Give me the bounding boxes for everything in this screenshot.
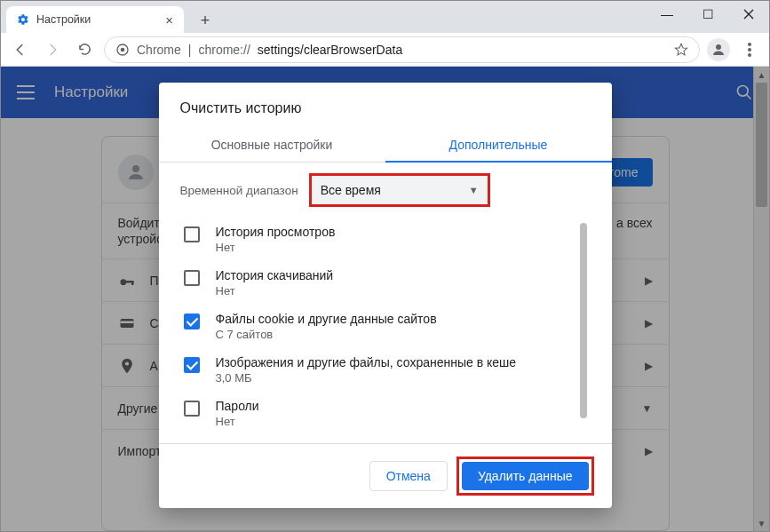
check-item-browsing-history[interactable]: История просмотровНет — [180, 218, 591, 261]
tab-advanced[interactable]: Дополнительные — [385, 127, 612, 163]
svg-point-4 — [748, 48, 751, 52]
check-sub: Нет — [216, 284, 334, 298]
chevron-down-icon: ▼ — [469, 185, 479, 195]
check-label: Изображения и другие файлы, сохраненные … — [216, 355, 517, 369]
check-label: Пароли — [216, 399, 259, 413]
check-label: Файлы cookie и другие данные сайтов — [216, 312, 437, 326]
cancel-button[interactable]: Отмена — [369, 461, 448, 491]
dialog-footer: Отмена Удалить данные — [159, 443, 612, 508]
tab-title: Настройки — [36, 13, 91, 26]
nav-reload-button[interactable] — [72, 37, 97, 62]
check-label: История просмотров — [216, 225, 336, 239]
window-maximize-button[interactable]: ☐ — [687, 1, 728, 28]
check-item-cookies[interactable]: Файлы cookie и другие данные сайтовС 7 с… — [180, 305, 591, 348]
nav-forward-button[interactable] — [40, 37, 65, 62]
clear-browsing-data-dialog: Очистить историю Основные настройки Допо… — [159, 83, 612, 508]
confirm-button-highlight: Удалить данные — [456, 457, 594, 496]
browser-tab-settings[interactable]: Настройки × — [6, 6, 184, 33]
address-product: Chrome — [137, 43, 181, 57]
check-item-download-history[interactable]: История скачиванийНет — [180, 261, 591, 305]
check-item-autofill[interactable]: Данные для автозаполнения — [180, 435, 591, 440]
dialog-tabs: Основные настройки Дополнительные — [159, 127, 612, 163]
dialog-body: Временной диапазон Все время ▼ История п… — [159, 163, 612, 443]
dialog-scrollbar-thumb[interactable] — [580, 223, 587, 418]
svg-point-2 — [716, 44, 721, 50]
check-sub: 3,0 МБ — [216, 371, 517, 385]
check-sub: Нет — [216, 241, 336, 254]
checklist: История просмотровНет История скачиваний… — [180, 218, 591, 440]
check-label: История скачиваний — [216, 268, 334, 282]
nav-back-button[interactable] — [8, 37, 33, 62]
svg-point-5 — [748, 53, 751, 57]
check-item-cache[interactable]: Изображения и другие файлы, сохраненные … — [180, 348, 591, 392]
time-range-value: Все время — [321, 183, 381, 197]
tab-close-icon[interactable]: × — [165, 12, 173, 28]
new-tab-button[interactable]: + — [193, 8, 218, 33]
clear-data-button[interactable]: Удалить данные — [462, 462, 589, 490]
bookmark-star-icon[interactable] — [674, 43, 688, 57]
checkbox[interactable] — [184, 314, 200, 330]
time-range-row: Временной диапазон Все время ▼ — [180, 175, 591, 205]
svg-point-1 — [121, 47, 125, 52]
gear-icon — [17, 13, 29, 26]
tab-basic[interactable]: Основные настройки — [159, 127, 385, 163]
chrome-logo-icon — [115, 43, 130, 57]
window-close-button[interactable] — [728, 1, 769, 28]
check-item-passwords[interactable]: ПаролиНет — [180, 392, 591, 435]
check-sub: Нет — [216, 415, 259, 428]
checkbox[interactable] — [184, 401, 200, 417]
checkbox[interactable] — [184, 226, 200, 242]
time-range-label: Временной диапазон — [180, 184, 298, 197]
dialog-scrollbar[interactable] — [578, 223, 589, 434]
time-range-select[interactable]: Все время ▼ — [311, 175, 488, 205]
profile-avatar-button[interactable] — [707, 38, 730, 61]
checkbox[interactable] — [184, 270, 200, 286]
address-scheme: chrome:// — [198, 43, 250, 57]
address-bar[interactable]: Chrome | chrome://settings/clearBrowserD… — [104, 36, 700, 63]
dialog-title: Очистить историю — [159, 83, 612, 127]
browser-toolbar: Chrome | chrome://settings/clearBrowserD… — [1, 33, 769, 67]
check-sub: С 7 сайтов — [216, 328, 437, 341]
window-minimize-button[interactable]: — — [647, 1, 687, 28]
menu-button[interactable] — [737, 43, 762, 57]
address-path: settings/clearBrowserData — [258, 43, 402, 57]
svg-point-3 — [748, 43, 751, 46]
checkbox[interactable] — [184, 357, 200, 373]
address-separator: | — [188, 43, 192, 57]
